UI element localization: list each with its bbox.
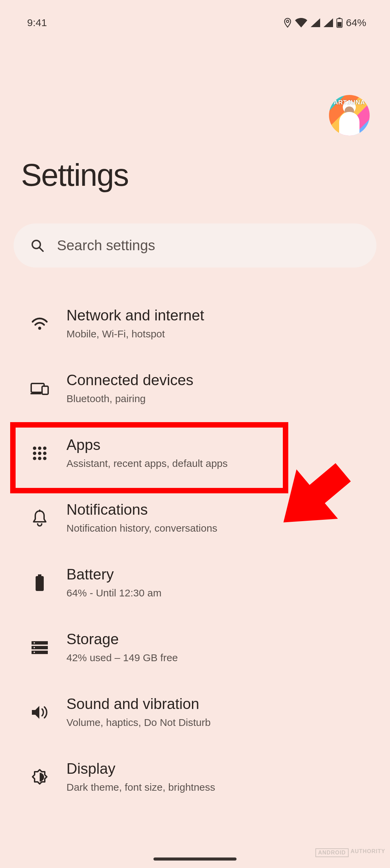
svg-point-12 bbox=[43, 447, 46, 450]
battery-status-icon bbox=[336, 18, 343, 28]
item-connected-devices[interactable]: Connected devices Bluetooth, pairing bbox=[0, 356, 390, 421]
item-display[interactable]: Display Dark theme, font size, brightnes… bbox=[0, 745, 390, 809]
watermark-b: AUTHORITY bbox=[351, 848, 385, 857]
item-apps[interactable]: Apps Assistant, recent apps, default app… bbox=[0, 421, 390, 486]
search-icon bbox=[31, 239, 44, 252]
item-label: Display bbox=[66, 760, 376, 777]
svg-point-15 bbox=[43, 452, 46, 455]
svg-point-11 bbox=[38, 447, 41, 450]
notifications-icon bbox=[30, 510, 50, 527]
display-icon bbox=[30, 769, 50, 786]
status-icons: 64% bbox=[284, 17, 366, 28]
item-storage[interactable]: Storage 42% used – 149 GB free bbox=[0, 615, 390, 680]
item-network-internet[interactable]: Network and internet Mobile, Wi-Fi, hots… bbox=[0, 291, 390, 356]
item-label: Sound and vibration bbox=[66, 695, 376, 712]
watermark-a: ANDROID bbox=[315, 848, 349, 857]
svg-point-6 bbox=[38, 327, 41, 330]
battery-percent: 64% bbox=[346, 17, 366, 28]
storage-icon bbox=[30, 641, 50, 654]
item-label: Battery bbox=[66, 566, 376, 583]
svg-point-16 bbox=[33, 457, 36, 460]
settings-list: Network and internet Mobile, Wi-Fi, hots… bbox=[0, 291, 390, 809]
svg-rect-21 bbox=[36, 576, 44, 591]
status-time: 9:41 bbox=[27, 17, 47, 28]
wifi-status-icon bbox=[295, 18, 307, 27]
item-battery[interactable]: Battery 64% - Until 12:30 am bbox=[0, 550, 390, 615]
item-sub: 42% used – 149 GB free bbox=[66, 651, 376, 664]
svg-point-23 bbox=[34, 642, 35, 644]
wifi-icon bbox=[30, 317, 50, 331]
watermark: ANDROID AUTHORITY bbox=[315, 848, 385, 857]
item-sub: Bluetooth, pairing bbox=[66, 392, 376, 405]
item-sound-vibration[interactable]: Sound and vibration Volume, haptics, Do … bbox=[0, 680, 390, 745]
navigation-handle[interactable] bbox=[154, 857, 237, 861]
svg-point-13 bbox=[33, 452, 36, 455]
svg-rect-8 bbox=[42, 386, 48, 394]
item-label: Storage bbox=[66, 631, 376, 648]
svg-point-25 bbox=[34, 647, 35, 648]
svg-point-27 bbox=[34, 652, 35, 653]
item-sub: Volume, haptics, Do Not Disturb bbox=[66, 716, 376, 729]
location-icon bbox=[284, 18, 292, 28]
svg-point-18 bbox=[43, 457, 46, 460]
status-bar: 9:41 64% bbox=[0, 0, 390, 28]
sound-icon bbox=[30, 705, 50, 720]
svg-point-10 bbox=[33, 447, 36, 450]
apps-icon bbox=[30, 446, 50, 461]
battery-icon bbox=[30, 574, 50, 591]
profile-avatar[interactable]: ARTJUNA bbox=[329, 95, 370, 136]
svg-point-17 bbox=[38, 457, 41, 460]
svg-rect-20 bbox=[38, 574, 41, 576]
item-sub: Notification history, conversations bbox=[66, 521, 376, 535]
item-label: Connected devices bbox=[66, 372, 376, 389]
signal-1-icon bbox=[311, 18, 320, 27]
item-notifications[interactable]: Notifications Notification history, conv… bbox=[0, 486, 390, 550]
item-sub: 64% - Until 12:30 am bbox=[66, 586, 376, 599]
item-sub: Dark theme, font size, brightness bbox=[66, 781, 376, 794]
svg-point-14 bbox=[38, 452, 41, 455]
item-label: Apps bbox=[66, 436, 376, 453]
item-label: Network and internet bbox=[66, 307, 376, 324]
item-sub: Mobile, Wi-Fi, hotspot bbox=[66, 327, 376, 340]
devices-icon bbox=[30, 382, 50, 395]
svg-line-5 bbox=[39, 248, 43, 251]
search-input[interactable] bbox=[57, 237, 359, 254]
svg-point-0 bbox=[286, 20, 289, 23]
signal-2-icon bbox=[324, 18, 333, 27]
item-label: Notifications bbox=[66, 501, 376, 518]
item-sub: Assistant, recent apps, default apps bbox=[66, 457, 376, 470]
search-settings[interactable] bbox=[14, 223, 376, 268]
svg-rect-3 bbox=[337, 22, 342, 27]
